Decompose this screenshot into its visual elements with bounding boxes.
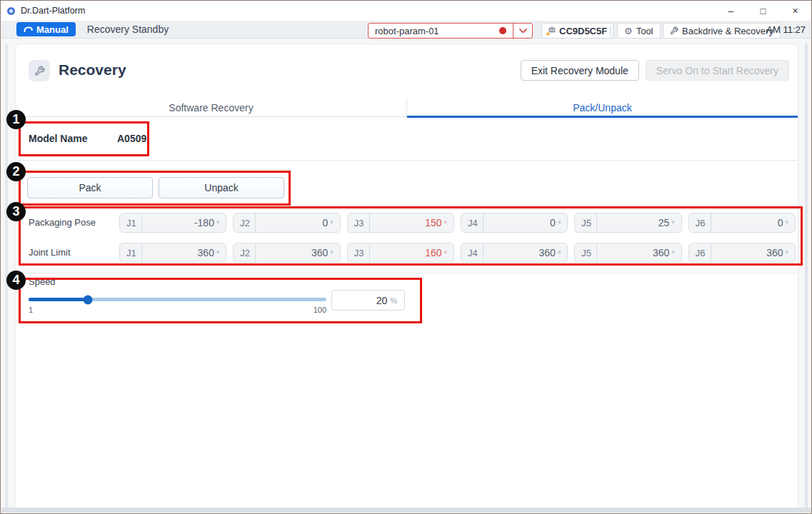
joint-name: J6 — [689, 243, 711, 262]
alert-dot-icon — [499, 27, 506, 34]
chevron-down-icon[interactable] — [513, 24, 532, 38]
joint-field-j6[interactable]: J6 0° — [688, 213, 796, 233]
speed-slider-fill — [29, 298, 88, 301]
clock-display: AM 11:27 — [766, 21, 806, 39]
window-title: Dr.Dart-Platform — [21, 6, 85, 16]
minimize-button[interactable]: – — [715, 1, 747, 21]
speed-min-label: 1 — [29, 306, 33, 314]
joint-limit-row: Joint Limit J1 360° J2 360° J3 160° J4 3… — [16, 243, 798, 263]
tab-software-recovery[interactable]: Software Recovery — [16, 99, 406, 116]
app-logo-icon — [7, 7, 15, 15]
app-window: Dr.Dart-Platform – □ × Manual Recovery S… — [0, 0, 812, 514]
top-toolbar: Manual Recovery Standby robot-param-01 — [1, 21, 812, 39]
speed-max-label: 100 — [305, 306, 326, 314]
wrench-icon — [670, 26, 678, 35]
manual-mode-label: Manual — [36, 24, 69, 35]
tab-bar: Software Recovery Pack/Unpack — [16, 99, 798, 117]
robot-id-badge[interactable]: CC9D5C5F — [541, 23, 613, 39]
joint-name: J3 — [348, 243, 370, 262]
model-name-value: A0509 — [117, 133, 146, 144]
wrench-icon — [29, 60, 50, 81]
section-divider — [16, 273, 798, 273]
joint-value: 360° — [483, 247, 567, 258]
joint-name: J4 — [461, 213, 483, 232]
joint-value: 360° — [256, 247, 339, 258]
robot-param-dropdown[interactable]: robot-param-01 — [368, 23, 533, 39]
joint-value: 360° — [711, 247, 795, 258]
joint-value: 25° — [597, 217, 681, 228]
page-title: Recovery — [59, 61, 126, 79]
toolbar-divider — [610, 26, 611, 36]
robot-status-label: Recovery Standby — [87, 24, 169, 35]
manual-mode-button[interactable]: Manual — [16, 22, 76, 36]
joint-field-j5[interactable]: J5 25° — [574, 213, 681, 233]
joint-value: 150° — [370, 217, 453, 228]
joint-value: 360° — [142, 247, 226, 258]
model-name-row: Model Name A0509 — [29, 117, 146, 160]
joint-name: J3 — [348, 213, 370, 232]
joint-field-j5[interactable]: J5 360° — [574, 243, 681, 263]
speed-value: 20 — [376, 295, 388, 306]
joint-name: J6 — [689, 213, 711, 232]
tool-button-label: Tool — [636, 26, 653, 36]
joint-field-j4[interactable]: J4 360° — [461, 243, 568, 263]
manual-hand-icon — [24, 26, 33, 33]
backdrive-button-label: Backdrive & Recovery — [682, 26, 773, 36]
joint-value: -180° — [142, 217, 226, 228]
packaging-pose-label: Packaging Pose — [29, 217, 96, 228]
servo-on-button[interactable]: Servo On to Start Recovery — [646, 60, 789, 81]
section-divider — [16, 160, 798, 161]
joint-value: 0° — [256, 217, 339, 228]
maximize-button[interactable]: □ — [747, 1, 779, 21]
right-scrollbar[interactable] — [805, 44, 808, 509]
joint-name: J5 — [575, 213, 597, 232]
pack-button[interactable]: Pack — [27, 177, 153, 198]
joint-value: 160° — [370, 247, 453, 258]
joint-field-j2[interactable]: J2 0° — [233, 213, 340, 233]
left-scrollbar[interactable] — [5, 44, 8, 509]
joint-name: J5 — [575, 243, 597, 262]
speed-slider[interactable] — [29, 298, 326, 301]
gear-icon: ⚙ — [624, 26, 633, 36]
exit-recovery-module-button[interactable]: Exit Recovery Module — [521, 60, 639, 81]
speed-value-input[interactable]: 20 % — [331, 290, 405, 311]
speed-label: Speed — [29, 276, 56, 287]
joint-value: 0° — [711, 217, 795, 228]
robot-id-text: CC9D5C5F — [559, 26, 607, 36]
unpack-button[interactable]: Unpack — [159, 177, 284, 198]
recovery-panel: Recovery Exit Recovery Module Servo On t… — [15, 44, 798, 510]
pack-actions: Pack Unpack — [27, 177, 284, 198]
joint-field-j3[interactable]: J3 150° — [347, 213, 454, 233]
packaging-pose-row: Packaging Pose J1 -180° J2 0° J3 150° J4… — [16, 213, 798, 233]
tool-button[interactable]: ⚙ Tool — [617, 23, 661, 39]
speed-unit: % — [390, 296, 397, 305]
joint-value: 360° — [597, 247, 681, 258]
tab-pack-unpack[interactable]: Pack/Unpack — [406, 99, 798, 116]
joint-field-j1[interactable]: J1 -180° — [119, 213, 226, 233]
joint-field-j6[interactable]: J6 360° — [688, 243, 796, 263]
joint-limit-label: Joint Limit — [29, 247, 71, 258]
robot-warning-icon — [546, 26, 556, 36]
model-name-label: Model Name — [29, 133, 117, 144]
joint-field-j3[interactable]: J3 160° — [347, 243, 454, 263]
bottom-strip — [1, 508, 812, 513]
speed-slider-handle[interactable] — [84, 295, 93, 304]
joint-name: J4 — [461, 243, 483, 262]
close-button[interactable]: × — [779, 1, 811, 21]
robot-param-value: robot-param-01 — [375, 26, 439, 36]
joint-field-j2[interactable]: J2 360° — [233, 243, 340, 263]
joint-name: J1 — [120, 243, 142, 262]
joint-name: J2 — [234, 213, 256, 232]
joint-name: J1 — [120, 213, 142, 232]
joint-name: J2 — [234, 243, 256, 262]
joint-value: 0° — [483, 217, 567, 228]
backdrive-recovery-button[interactable]: Backdrive & Recovery — [663, 23, 781, 39]
joint-field-j4[interactable]: J4 0° — [461, 213, 568, 233]
joint-field-j1[interactable]: J1 360° — [119, 243, 226, 263]
title-bar: Dr.Dart-Platform – □ × — [1, 1, 811, 21]
